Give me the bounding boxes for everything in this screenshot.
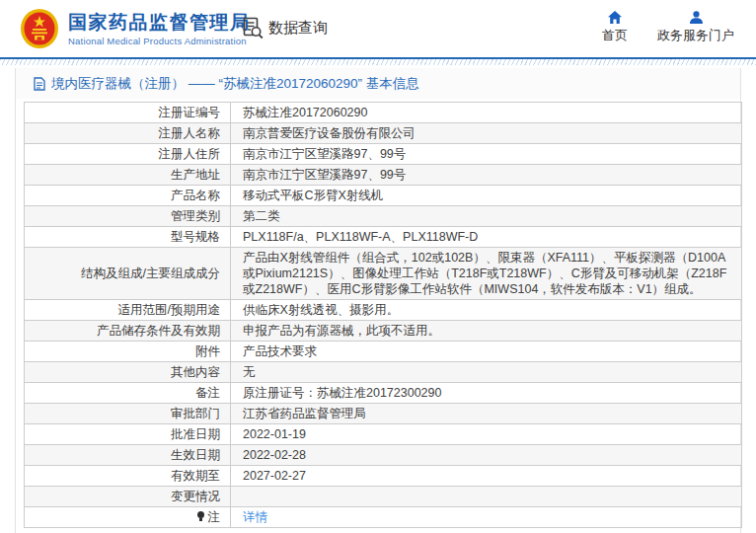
- field-value: 产品由X射线管组件（组合式，102或102B）、限束器（XFA111）、平板探测…: [231, 248, 742, 300]
- breadcrumb: 境内医疗器械（注册） —— “苏械注准20172060290” 基本信息: [16, 68, 740, 99]
- field-label: 其他内容: [25, 362, 231, 383]
- decorative-stripes: [0, 59, 756, 65]
- table-row: 备注原注册证号：苏械注准20172300290: [25, 383, 742, 404]
- table-row: 型号规格PLX118F/a、PLX118WF-A、PLX118WF-D: [25, 227, 742, 248]
- nav-home[interactable]: 首页: [602, 11, 628, 44]
- field-label: 管理类别: [25, 206, 231, 227]
- field-value: 无: [231, 362, 742, 383]
- nav-home-label: 首页: [602, 27, 628, 44]
- table-row: 其他内容无: [25, 362, 742, 383]
- breadcrumb-text: 境内医疗器械（注册） —— “苏械注准20172060290” 基本信息: [51, 75, 419, 93]
- field-label: 生产地址: [25, 165, 231, 186]
- field-label: 生效日期: [25, 445, 231, 466]
- document-icon: [34, 77, 45, 91]
- table-row: 注册人住所南京市江宁区望溪路97、99号: [25, 144, 742, 165]
- table-row: 产品储存条件及有效期申报产品为有源器械，此项不适用。: [25, 321, 742, 342]
- field-value: 移动式平板C形臂X射线机: [231, 186, 742, 206]
- registration-info-table: 注册证编号苏械注准20172060290注册人名称南京普爱医疗设备股份有限公司注…: [24, 102, 742, 528]
- field-value: 苏械注准20172060290: [231, 103, 742, 123]
- table-row: 生产地址南京市江宁区望溪路97、99号: [25, 165, 742, 186]
- table-row: 有效期至2027-02-27: [25, 466, 742, 487]
- field-label: 审批部门: [25, 404, 231, 424]
- data-query-section[interactable]: 数据查询: [243, 17, 328, 39]
- field-label: 适用范围/预期用途: [25, 300, 231, 321]
- document-search-icon: [243, 17, 264, 39]
- table-row: 注册证编号苏械注准20172060290: [25, 103, 742, 123]
- field-label: 注: [25, 507, 231, 528]
- field-value: 2022-02-28: [231, 445, 742, 466]
- field-label: 附件: [25, 342, 231, 362]
- agency-name-en: National Medical Products Administration: [68, 36, 251, 46]
- user-icon: [690, 11, 703, 24]
- field-value: 产品技术要求: [231, 342, 742, 362]
- table-row: 变更情况: [25, 487, 742, 507]
- field-value: 南京普爱医疗设备股份有限公司: [231, 123, 742, 144]
- nav-gov-portal[interactable]: 政务服务门户: [657, 11, 734, 44]
- table-row: 产品名称移动式平板C形臂X射线机: [25, 186, 742, 206]
- field-value: 2027-02-27: [231, 466, 742, 487]
- registration-table-body: 注册证编号苏械注准20172060290注册人名称南京普爱医疗设备股份有限公司注…: [25, 103, 742, 528]
- field-value: PLX118F/a、PLX118WF-A、PLX118WF-D: [231, 227, 742, 248]
- brand[interactable]: 国家药品监督管理局 National Medical Products Admi…: [20, 8, 251, 49]
- table-row: 适用范围/预期用途供临床X射线透视、摄影用。: [25, 300, 742, 321]
- nav-gov-portal-label: 政务服务门户: [657, 27, 734, 44]
- table-row: 结构及组成/主要组成成分产品由X射线管组件（组合式，102或102B）、限束器（…: [25, 248, 742, 300]
- field-value: 申报产品为有源器械，此项不适用。: [231, 321, 742, 342]
- field-label: 型号规格: [25, 227, 231, 248]
- table-row: 生效日期2022-02-28: [25, 445, 742, 466]
- content-panel: 境内医疗器械（注册） —— “苏械注准20172060290” 基本信息 注册证…: [15, 68, 741, 533]
- home-icon: [608, 11, 622, 24]
- table-row: 批准日期2022-01-19: [25, 424, 742, 445]
- field-value: [231, 487, 742, 507]
- field-value: 详情: [231, 507, 742, 528]
- data-query-label: 数据查询: [268, 19, 328, 38]
- field-label: 有效期至: [25, 466, 231, 487]
- field-label: 批准日期: [25, 424, 231, 445]
- field-label: 产品名称: [25, 186, 231, 206]
- table-row: 注详情: [25, 507, 742, 528]
- site-header: 国家药品监督管理局 National Medical Products Admi…: [0, 0, 756, 59]
- field-label: 变更情况: [25, 487, 231, 507]
- field-label: 注册证编号: [25, 103, 231, 123]
- national-emblem-logo: [20, 8, 59, 49]
- detail-link[interactable]: 详情: [243, 510, 267, 524]
- table-row: 注册人名称南京普爱医疗设备股份有限公司: [25, 123, 742, 144]
- table-row: 审批部门江苏省药品监督管理局: [25, 404, 742, 424]
- agency-name-cn: 国家药品监督管理局: [68, 12, 251, 34]
- field-value: 南京市江宁区望溪路97、99号: [231, 144, 742, 165]
- field-value: 2022-01-19: [231, 424, 742, 445]
- field-value: 南京市江宁区望溪路97、99号: [231, 165, 742, 186]
- top-nav: 首页 政务服务门户: [602, 11, 734, 44]
- field-label: 结构及组成/主要组成成分: [25, 248, 231, 300]
- field-value: 第二类: [231, 206, 742, 227]
- field-value: 供临床X射线透视、摄影用。: [231, 300, 742, 321]
- field-label: 备注: [25, 383, 231, 404]
- field-label: 产品储存条件及有效期: [25, 321, 231, 342]
- bulb-icon: [197, 511, 205, 521]
- table-row: 管理类别第二类: [25, 206, 742, 227]
- field-label: 注册人住所: [25, 144, 231, 165]
- field-label: 注册人名称: [25, 123, 231, 144]
- brand-text: 国家药品监督管理局 National Medical Products Admi…: [68, 12, 251, 46]
- field-value: 原注册证号：苏械注准20172300290: [231, 383, 742, 404]
- field-value: 江苏省药品监督管理局: [231, 404, 742, 424]
- table-row: 附件产品技术要求: [25, 342, 742, 362]
